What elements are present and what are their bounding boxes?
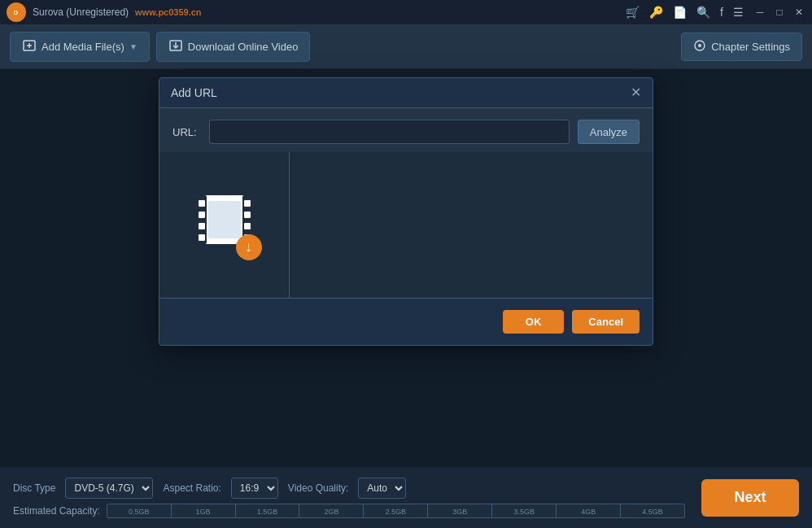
url-row: URL: Analyze (159, 108, 653, 152)
bottom-settings-area: Disc Type DVD-5 (4.7G) Aspect Ratio: 16:… (13, 478, 685, 518)
toolbar-right: Chapter Settings (681, 33, 802, 61)
dialog-left-panel: ↓ (159, 152, 290, 298)
download-video-button[interactable]: Download Online Video (156, 32, 311, 62)
capacity-tick: 2GB (299, 504, 364, 517)
minimize-button[interactable]: ─ (753, 6, 766, 19)
svg-rect-14 (199, 223, 205, 229)
url-input[interactable] (209, 120, 570, 144)
capacity-row: Estimated Capacity: 0.5GB1GB1.5GB2GB2.5G… (13, 504, 685, 518)
aspect-ratio-select[interactable]: 16:9 (231, 478, 278, 499)
disc-type-select[interactable]: DVD-5 (4.7G) (65, 478, 153, 499)
url-label: URL: (172, 126, 201, 138)
download-badge-icon: ↓ (236, 234, 262, 260)
dialog-title: Add URL (171, 86, 217, 99)
dialog-content: ↓ (159, 152, 653, 299)
app-logo: D (7, 2, 26, 22)
capacity-tick: 3GB (428, 504, 492, 517)
dialog-right-panel (290, 152, 653, 298)
svg-point-8 (698, 44, 701, 47)
title-bar: D Surova (Unregistered) www.pc0359.cn 🛒 … (0, 0, 812, 24)
download-icon (168, 38, 183, 55)
analyze-button[interactable]: Analyze (578, 120, 640, 144)
window-controls: ─ □ ✕ (753, 6, 805, 19)
chapter-settings-label: Chapter Settings (711, 41, 790, 53)
svg-rect-18 (244, 223, 251, 229)
cancel-button[interactable]: Cancel (572, 310, 640, 334)
facebook-icon[interactable]: f (720, 6, 723, 19)
title-bar-left: D Surova (Unregistered) www.pc0359.cn (7, 2, 202, 22)
watermark: www.pc0359.cn (135, 7, 202, 17)
capacity-ticks: 0.5GB1GB1.5GB2GB2.5GB3GB3.5GB4GB4.5GB (107, 504, 684, 517)
video-download-icon: ↓ (192, 189, 257, 262)
video-quality-select[interactable]: Auto (358, 478, 406, 499)
disc-type-label: Disc Type (13, 482, 55, 494)
app-title: Surova (Unregistered) (33, 7, 129, 18)
svg-rect-12 (199, 200, 205, 207)
close-button[interactable]: ✕ (792, 6, 805, 19)
capacity-tick: 1.5GB (236, 504, 300, 517)
svg-rect-16 (244, 200, 251, 207)
add-media-dropdown-arrow: ▼ (129, 42, 138, 51)
next-button[interactable]: Next (701, 479, 799, 517)
key-icon[interactable]: 🔑 (649, 6, 663, 19)
capacity-tick: 2.5GB (364, 504, 428, 517)
svg-text:D: D (14, 9, 19, 16)
svg-rect-20 (208, 201, 241, 238)
aspect-ratio-label: Aspect Ratio: (163, 482, 220, 494)
capacity-tick: 1GB (172, 504, 236, 517)
ok-button[interactable]: OK (503, 310, 565, 334)
capacity-tick: 3.5GB (492, 504, 557, 517)
download-video-label: Download Online Video (188, 41, 299, 53)
cart-icon[interactable]: 🛒 (626, 6, 640, 19)
toolbar: Add Media File(s) ▼ Download Online Vide… (0, 24, 812, 69)
add-media-label: Add Media File(s) (41, 41, 124, 53)
capacity-bar: 0.5GB1GB1.5GB2GB2.5GB3GB3.5GB4GB4.5GB (107, 504, 685, 518)
settings-row-1: Disc Type DVD-5 (4.7G) Aspect Ratio: 16:… (13, 478, 685, 499)
svg-rect-15 (199, 234, 205, 241)
estimated-capacity-label: Estimated Capacity: (13, 505, 100, 517)
capacity-tick: 4.5GB (621, 504, 684, 517)
dialog-footer: OK Cancel (159, 299, 653, 345)
maximize-button[interactable]: □ (773, 6, 786, 19)
add-media-icon (22, 38, 37, 55)
svg-rect-13 (199, 212, 205, 218)
search-icon[interactable]: 🔍 (696, 6, 710, 19)
chapter-settings-icon (693, 39, 706, 55)
video-quality-label: Video Quality: (288, 482, 349, 494)
dialog-header: Add URL ✕ (159, 78, 653, 108)
add-media-button[interactable]: Add Media File(s) ▼ (10, 32, 150, 62)
dialog-close-button[interactable]: ✕ (631, 86, 641, 99)
settings-icon[interactable]: ☰ (733, 6, 744, 19)
main-area: Add URL ✕ URL: Analyze (0, 69, 812, 466)
add-url-dialog: Add URL ✕ URL: Analyze (159, 77, 653, 346)
title-bar-right: 🛒 🔑 📄 🔍 f ☰ ─ □ ✕ (626, 6, 805, 19)
svg-rect-17 (244, 212, 251, 218)
capacity-tick: 4GB (557, 504, 621, 517)
document-icon[interactable]: 📄 (673, 6, 687, 19)
bottom-bar: Disc Type DVD-5 (4.7G) Aspect Ratio: 16:… (0, 466, 812, 528)
capacity-tick: 0.5GB (107, 504, 172, 517)
modal-overlay: Add URL ✕ URL: Analyze (0, 69, 812, 466)
chapter-settings-button[interactable]: Chapter Settings (681, 33, 802, 61)
